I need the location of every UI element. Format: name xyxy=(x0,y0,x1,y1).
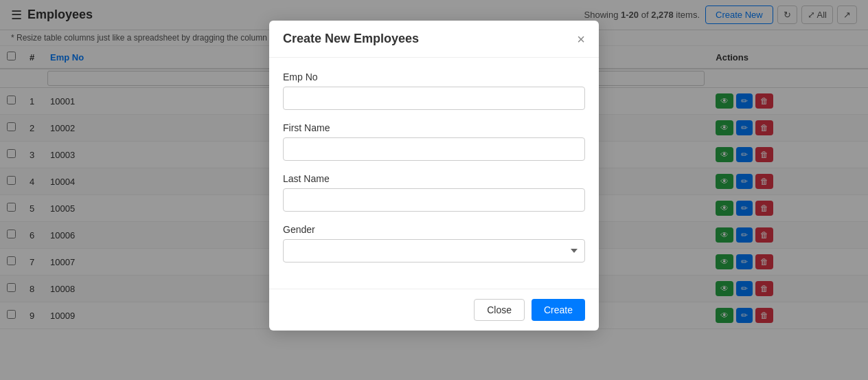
emp-no-group: Emp No xyxy=(283,71,585,110)
submit-create-button[interactable]: Create xyxy=(532,299,585,321)
last-name-group: Last Name xyxy=(283,173,585,212)
modal-footer: Close Create xyxy=(269,289,599,331)
first-name-input[interactable] xyxy=(283,137,585,161)
create-employees-modal: Create New Employees × Emp No First Name… xyxy=(269,21,599,331)
emp-no-label: Emp No xyxy=(283,71,585,82)
close-modal-button[interactable]: Close xyxy=(474,299,525,321)
modal-body: Emp No First Name Last Name Gender M xyxy=(269,58,599,289)
last-name-input[interactable] xyxy=(283,188,585,212)
first-name-group: First Name xyxy=(283,122,585,161)
gender-group: Gender M F xyxy=(283,224,585,262)
gender-select[interactable]: M F xyxy=(283,239,585,262)
emp-no-input[interactable] xyxy=(283,87,585,110)
page-wrapper: ☰ Employees Showing 1-20 of 2,278 items.… xyxy=(0,0,868,380)
last-name-label: Last Name xyxy=(283,173,585,184)
modal-close-button[interactable]: × xyxy=(577,32,585,46)
modal-title: Create New Employees xyxy=(283,32,419,46)
modal-header: Create New Employees × xyxy=(269,21,599,58)
gender-label: Gender xyxy=(283,224,585,235)
first-name-label: First Name xyxy=(283,122,585,133)
modal-overlay: Create New Employees × Emp No First Name… xyxy=(0,0,868,380)
